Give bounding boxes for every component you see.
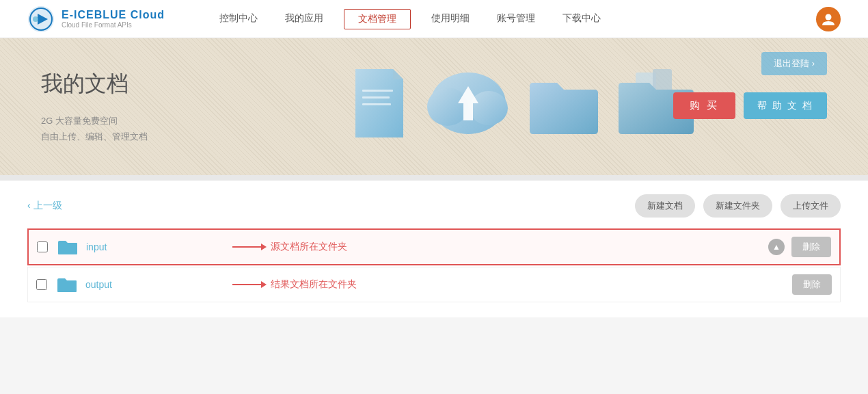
nav-item-download[interactable]: 下载中心 xyxy=(549,0,614,38)
back-button[interactable]: ‹ 上一级 xyxy=(27,200,62,212)
nav-item-control[interactable]: 控制中心 xyxy=(206,0,271,38)
upload-button[interactable]: 上传文件 xyxy=(781,194,841,218)
sort-up-button[interactable]: ▲ xyxy=(768,239,785,255)
document-icon xyxy=(349,69,410,144)
nav-item-docs[interactable]: 文档管理 xyxy=(344,9,411,29)
svg-rect-7 xyxy=(362,103,391,105)
file-manager: ‹ 上一级 新建文档 新建文件夹 上传文件 input ▲ 删除 xyxy=(0,181,868,317)
logo-icon xyxy=(27,5,55,33)
hero-banner: 我的文档 2G 大容量免费空间 自由上传、编辑、管理文档 xyxy=(0,38,868,175)
svg-point-10 xyxy=(470,91,508,125)
logout-button[interactable]: 退出登陆 › xyxy=(761,52,827,75)
folder-icon xyxy=(526,73,601,141)
svg-point-3 xyxy=(33,16,38,22)
table-row: input ▲ 删除 xyxy=(27,228,841,265)
file-row-actions: ▲ 删除 xyxy=(768,237,831,257)
nav-links: 控制中心 我的应用 文档管理 使用明细 账号管理 下载中心 xyxy=(206,0,816,38)
file-list-container: input ▲ 删除 源文档所在文件夹 xyxy=(27,228,841,302)
svg-point-4 xyxy=(826,14,832,20)
input-checkbox[interactable] xyxy=(37,241,48,252)
navbar: E-ICEBLUE Cloud Cloud File Format APIs 控… xyxy=(0,0,868,38)
logo-title: E-ICEBLUE Cloud xyxy=(62,9,165,21)
separator xyxy=(0,175,868,181)
hero-desc-line1: 2G 大容量免费空间 自由上传、编辑、管理文档 xyxy=(41,113,219,145)
nav-item-usage[interactable]: 使用明细 xyxy=(418,0,483,38)
logo[interactable]: E-ICEBLUE Cloud Cloud File Format APIs xyxy=(27,5,165,33)
output-checkbox[interactable] xyxy=(36,279,47,290)
svg-rect-6 xyxy=(362,96,390,98)
delete-output-button[interactable]: 删除 xyxy=(792,274,832,295)
file-row-actions-2: 删除 xyxy=(792,274,832,295)
folder-small-icon xyxy=(57,239,78,256)
hero-text: 我的文档 2G 大容量免费空间 自由上传、编辑、管理文档 xyxy=(41,69,219,145)
svg-point-9 xyxy=(427,88,468,126)
logo-subtitle: Cloud File Format APIs xyxy=(62,21,165,29)
hero-title: 我的文档 xyxy=(41,69,219,99)
hero-buttons: 购 买 帮 助 文 档 xyxy=(673,92,827,119)
help-button[interactable]: 帮 助 文 档 xyxy=(744,92,827,119)
buy-button[interactable]: 购 买 xyxy=(673,92,735,119)
nav-item-apps[interactable]: 我的应用 xyxy=(271,0,337,38)
file-name-output[interactable]: output xyxy=(85,279,792,290)
avatar[interactable] xyxy=(816,7,841,31)
logo-text: E-ICEBLUE Cloud Cloud File Format APIs xyxy=(62,9,165,29)
hero-right: 退出登陆 › 购 买 帮 助 文 档 xyxy=(673,52,827,119)
svg-rect-5 xyxy=(362,90,393,92)
delete-input-button[interactable]: 删除 xyxy=(791,237,831,257)
input-row-wrapper: input ▲ 删除 源文档所在文件夹 xyxy=(27,228,841,265)
file-toolbar: ‹ 上一级 新建文档 新建文件夹 上传文件 xyxy=(27,194,841,218)
cloud-upload-icon xyxy=(424,66,513,148)
nav-item-account[interactable]: 账号管理 xyxy=(483,0,549,38)
folder-small-icon-2 xyxy=(57,276,77,293)
table-row: output 删除 xyxy=(27,267,841,302)
file-name-input[interactable]: input xyxy=(86,241,768,252)
new-doc-button[interactable]: 新建文档 xyxy=(635,194,695,218)
output-row-wrapper: output 删除 结果文档所在文件夹 xyxy=(27,267,841,302)
toolbar-right: 新建文档 新建文件夹 上传文件 xyxy=(635,194,841,218)
user-icon xyxy=(821,12,836,27)
new-folder-button[interactable]: 新建文件夹 xyxy=(703,194,772,218)
